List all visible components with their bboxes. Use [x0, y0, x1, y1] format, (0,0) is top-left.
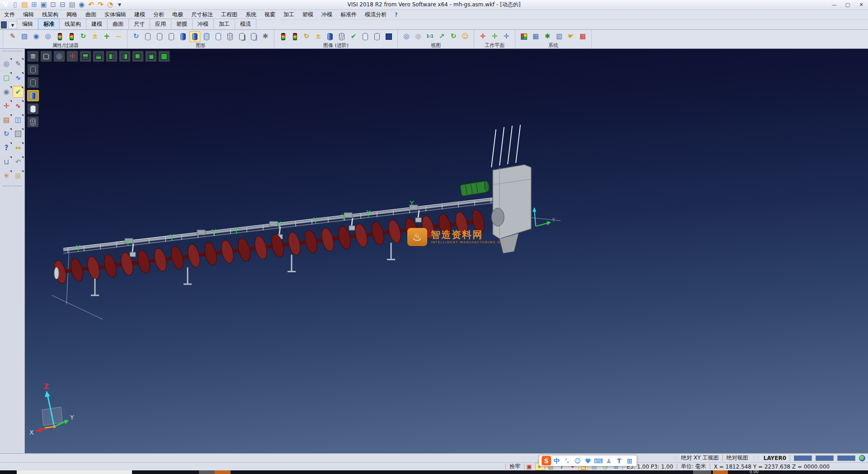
ime-keyboard-icon[interactable]: ⌨ — [594, 456, 603, 465]
vp-axes-icon[interactable]: ✛ — [66, 51, 78, 62]
shade-settings-icon[interactable]: ✱ — [260, 31, 271, 42]
ime-punct-icon[interactable]: ’, — [562, 456, 572, 465]
curve-blue-icon[interactable]: ∿ — [13, 72, 24, 84]
traffic-filter2-icon[interactable] — [66, 31, 77, 42]
history-icon[interactable]: ◔ — [106, 1, 114, 9]
tab-尺寸[interactable]: 尺寸 — [128, 19, 150, 29]
show-all-icon[interactable]: + — [101, 31, 112, 42]
strip-ghost-icon[interactable] — [27, 103, 39, 114]
save-as-icon[interactable]: ⊡ — [49, 1, 57, 9]
menu-item-塑模[interactable]: 塑模 — [298, 9, 317, 20]
menu-item-冲模[interactable]: 冲模 — [317, 9, 336, 20]
zoom-dynamic-icon[interactable]: ◉ — [1, 86, 12, 98]
shade-refresh-icon[interactable]: ↻ — [131, 31, 142, 42]
tab-dropdown-icon[interactable]: ▼ — [8, 21, 17, 29]
model-motor[interactable] — [460, 180, 490, 196]
select-frame-icon[interactable]: ▢ — [1, 72, 12, 84]
strip-mesh-icon[interactable] — [27, 116, 39, 128]
clipboard-icon[interactable]: ⊞ — [13, 170, 24, 182]
maximize-button[interactable]: ▢ — [841, 0, 854, 9]
ime-toolbox-icon[interactable]: ⊞ — [625, 456, 634, 465]
wireframe-cylinder-icon[interactable] — [142, 31, 153, 42]
visi-logo[interactable]: V — [1, 1, 10, 9]
menu-item-?[interactable]: ? — [391, 10, 401, 19]
status-lock-icon[interactable]: ▣ — [524, 463, 534, 470]
system-tools-icon[interactable]: ✱ — [542, 31, 553, 42]
close-button[interactable]: ✕ — [854, 0, 868, 9]
attribute-library-icon[interactable]: ▤ — [1, 114, 12, 126]
copy-shade-icon[interactable] — [248, 31, 259, 42]
help-icon[interactable]: ? — [1, 142, 12, 154]
window-layout-icon[interactable]: ◫ — [13, 114, 24, 126]
adv-toggle-icon[interactable]: ± — [313, 31, 324, 42]
vp-view-top-icon[interactable] — [80, 51, 91, 62]
model-pipes[interactable] — [491, 125, 520, 167]
layer-indicator[interactable]: LAYER0 — [764, 455, 786, 461]
tab-线架构[interactable]: 线架构 — [59, 19, 86, 29]
traffic-filter-icon[interactable] — [54, 31, 65, 42]
adv-cube-icon[interactable] — [383, 31, 394, 42]
vp-view-right-icon[interactable] — [145, 51, 157, 62]
strip-shaded-icon[interactable] — [27, 90, 39, 101]
menu-item-加工[interactable]: 加工 — [279, 9, 298, 20]
shaded-cylinder-icon[interactable] — [178, 31, 189, 42]
attribute-paint-icon[interactable]: ✎ — [7, 31, 18, 42]
ime-mic-icon[interactable]: Ψ — [583, 456, 593, 465]
lock-label[interactable]: 拴牢 — [506, 463, 524, 470]
adv-check-icon[interactable]: ✔ — [348, 31, 359, 42]
ime-emoji-icon[interactable]: ☺ — [573, 456, 582, 465]
adv-refresh-icon[interactable]: ↻ — [301, 31, 312, 42]
new-file-icon[interactable]: ▯ — [11, 1, 19, 9]
menu-item-视窗[interactable]: 视窗 — [260, 9, 279, 20]
open-folder-icon[interactable]: ▨ — [20, 1, 29, 9]
visibility-refresh-icon[interactable]: ↻ — [78, 31, 89, 42]
regen-icon[interactable]: ↻ — [1, 128, 12, 140]
import-file-icon[interactable]: ⊞ — [30, 1, 38, 9]
assembly-shade-icon[interactable] — [236, 31, 247, 42]
print-icon[interactable]: ▤ — [68, 1, 76, 9]
navigator-wheel-icon[interactable]: ✳ — [1, 170, 12, 182]
strip-wireframe-icon[interactable] — [27, 64, 39, 75]
system-settings-icon[interactable]: ▥ — [554, 31, 565, 42]
redo-icon[interactable]: ↷ — [96, 1, 105, 9]
visibility-toggle-icon[interactable]: ± — [90, 31, 100, 42]
view-scale-1to1-icon[interactable]: 1:1 — [425, 31, 435, 42]
strip-hiddenline-icon[interactable] — [27, 77, 39, 88]
adv-stripe-cylinder-icon[interactable] — [336, 31, 347, 42]
preview-icon[interactable]: ◉ — [77, 1, 86, 9]
workplane-edit-icon[interactable]: ✛ — [489, 31, 500, 42]
vp-view-front-icon[interactable] — [106, 51, 118, 62]
vp-zoom-icon[interactable]: ◎ — [53, 51, 65, 62]
trash-icon[interactable]: ⊔ — [1, 156, 12, 168]
vp-view-iso-icon[interactable] — [158, 51, 170, 62]
curve-red-icon[interactable]: ∿ — [13, 100, 24, 112]
confirm-check-icon[interactable]: ✔ — [13, 86, 24, 98]
export-icon[interactable]: ⊟ — [58, 1, 67, 9]
system-colors-icon[interactable] — [519, 31, 529, 42]
vp-menu-icon[interactable]: ≡ — [27, 51, 39, 62]
absolute-view-label[interactable]: 绝对视图 — [726, 454, 748, 462]
ime-lang-icon[interactable]: 中 — [552, 456, 561, 465]
vp-view-bottom-icon[interactable] — [93, 51, 104, 62]
sogou-logo[interactable]: S — [542, 456, 551, 465]
show-entities-icon[interactable]: ◉ — [31, 31, 42, 42]
vp-view-left-icon[interactable] — [132, 51, 144, 62]
measure-icon[interactable]: ↔ — [13, 142, 24, 154]
ghost-cylinder-icon[interactable] — [213, 31, 224, 42]
zoom-window-icon[interactable]: ◎ — [1, 58, 12, 70]
erase-edit-icon[interactable]: ✎ — [13, 58, 24, 70]
menu-item-模流分析[interactable]: 模流分析 — [361, 9, 391, 20]
view-zoom-icon[interactable]: ◎ — [401, 31, 412, 42]
tab-塑膜[interactable]: 塑膜 — [171, 19, 193, 29]
workplane-main-icon[interactable]: ✛ — [477, 31, 488, 42]
tab-建模[interactable]: 建模 — [86, 19, 108, 29]
undo-gray-icon[interactable]: ↶ — [13, 156, 24, 168]
tab-冲模[interactable]: 冲模 — [192, 19, 214, 29]
save-icon[interactable]: ▣ — [39, 1, 48, 9]
dashed-cylinder-icon[interactable] — [166, 31, 177, 42]
solid-cube-icon[interactable] — [13, 128, 24, 140]
ime-shirt-icon[interactable]: T — [614, 456, 624, 465]
hide-all-icon[interactable]: − — [113, 31, 124, 42]
attribute-image-icon[interactable]: ▨ — [19, 31, 30, 42]
vp-frame-icon[interactable]: ▢ — [40, 51, 52, 62]
